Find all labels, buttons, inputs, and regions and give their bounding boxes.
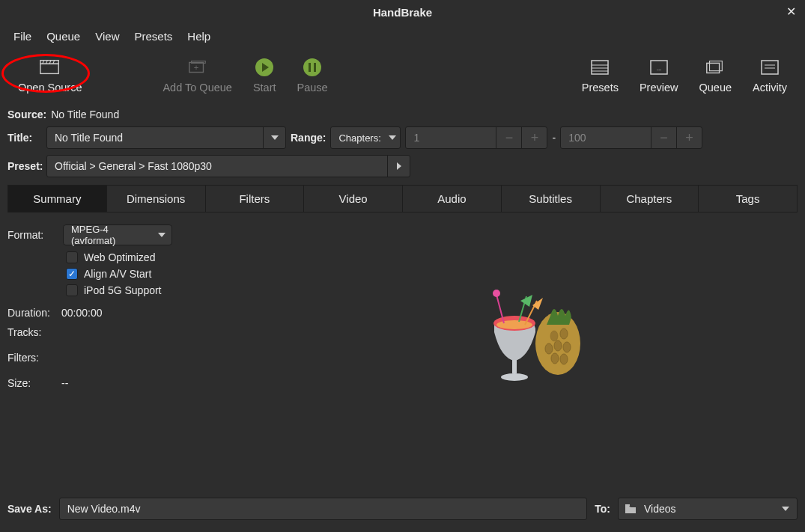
activity-icon <box>759 58 780 77</box>
source-label: Source: <box>7 108 46 120</box>
title-row: Title: No Title Found Range: Chapters: −… <box>0 123 805 152</box>
filters-label: Filters: <box>7 352 54 364</box>
tab-chapters[interactable]: Chapters <box>601 185 699 212</box>
range-label: Range: <box>291 132 326 144</box>
chevron-down-icon <box>389 135 396 140</box>
toolbar: Open Source + Add To Queue Start Pause P… <box>0 49 805 106</box>
title-combo-value: No Title Found <box>47 132 263 144</box>
activity-button[interactable]: Activity <box>742 55 798 97</box>
open-source-button[interactable]: Open Source <box>7 55 92 97</box>
web-optimized-checkbox[interactable]: Web Optimized <box>66 251 798 263</box>
add-to-queue-button[interactable]: + Add To Queue <box>152 55 242 97</box>
preview-icon: ··· <box>648 58 669 77</box>
title-label: Title: <box>7 132 42 144</box>
svg-point-32 <box>560 354 568 364</box>
queue-button[interactable]: Queue <box>689 55 743 97</box>
svg-rect-14 <box>592 61 608 74</box>
pause-button[interactable]: Pause <box>287 55 338 97</box>
titlebar: HandBrake ✕ <box>0 0 805 24</box>
bottom-bar: Save As: To: Videos <box>0 492 805 532</box>
preset-label: Preset: <box>7 160 42 172</box>
tab-subtitles[interactable]: Subtitles <box>502 185 601 212</box>
title-combo[interactable]: No Title Found <box>46 126 286 149</box>
svg-point-27 <box>560 328 568 339</box>
svg-point-31 <box>551 353 559 364</box>
ipod-checkbox[interactable]: iPod 5G Support <box>66 284 798 296</box>
range-mode-combo[interactable]: Chapters: <box>330 126 401 149</box>
size-label: Size: <box>7 377 31 389</box>
svg-point-38 <box>493 290 500 297</box>
tab-summary[interactable]: Summary <box>7 185 107 212</box>
range-to-input[interactable] <box>561 132 651 144</box>
tab-filters[interactable]: Filters <box>206 185 305 212</box>
duration-label: Duration: <box>7 307 54 319</box>
tab-audio[interactable]: Audio <box>403 185 502 212</box>
source-row: Source: No Title Found <box>0 106 805 123</box>
menu-help[interactable]: Help <box>180 27 218 46</box>
svg-point-28 <box>554 340 562 351</box>
decrement-button[interactable]: − <box>496 127 521 148</box>
svg-rect-21 <box>710 61 723 71</box>
preset-combo-value: Official > General > Fast 1080p30 <box>47 160 387 172</box>
svg-point-26 <box>550 331 558 341</box>
film-clap-icon <box>40 58 61 77</box>
queue-icon <box>705 58 726 77</box>
tab-video[interactable]: Video <box>304 185 403 212</box>
svg-rect-0 <box>40 64 58 73</box>
svg-rect-13 <box>314 63 316 72</box>
pause-icon <box>302 58 323 77</box>
presets-label: Presets <box>582 82 619 94</box>
chevron-down-icon <box>158 233 165 237</box>
presets-button[interactable]: Presets <box>571 55 629 97</box>
play-icon <box>254 58 275 77</box>
format-combo[interactable]: MPEG-4 (avformat) <box>63 224 172 245</box>
align-av-label: Align A/V Start <box>84 268 151 280</box>
menu-queue[interactable]: Queue <box>39 27 88 46</box>
preview-button[interactable]: ··· Preview <box>629 55 689 97</box>
summary-panel: Format: MPEG-4 (avformat) Web Optimized … <box>0 213 805 437</box>
svg-point-36 <box>501 373 528 381</box>
to-folder-value: Videos <box>637 503 774 515</box>
chevron-right-icon <box>387 156 410 177</box>
window-title: HandBrake <box>373 6 432 19</box>
to-folder-combo[interactable]: Videos <box>618 498 798 520</box>
preset-combo[interactable]: Official > General > Fast 1080p30 <box>46 155 410 177</box>
ipod-label: iPod 5G Support <box>84 284 162 296</box>
svg-point-11 <box>303 58 321 76</box>
queue-label: Queue <box>699 82 732 94</box>
chevron-down-icon <box>263 127 285 148</box>
increment-button[interactable]: + <box>676 127 702 148</box>
svg-point-30 <box>563 342 571 352</box>
menu-view[interactable]: View <box>88 27 127 46</box>
tab-dimensions[interactable]: Dimensions <box>107 185 206 212</box>
range-mode-value: Chapters: <box>331 132 388 144</box>
menu-file[interactable]: File <box>6 27 39 46</box>
range-from-spinner[interactable]: − + <box>405 126 547 149</box>
checkbox-checked-icon: ✓ <box>66 268 78 280</box>
svg-text:+: + <box>194 63 199 72</box>
align-av-checkbox[interactable]: ✓ Align A/V Start <box>66 268 798 280</box>
svg-rect-35 <box>512 360 517 373</box>
activity-label: Activity <box>753 82 787 94</box>
svg-line-5 <box>52 61 54 64</box>
queue-add-icon: + <box>187 58 208 77</box>
chevron-down-icon <box>774 498 797 519</box>
svg-text:···: ··· <box>656 67 661 73</box>
start-button[interactable]: Start <box>243 55 287 97</box>
range-to-spinner[interactable]: − + <box>560 126 702 149</box>
checkbox-icon <box>66 251 78 263</box>
save-as-label: Save As: <box>7 503 52 515</box>
save-as-input[interactable] <box>59 498 588 520</box>
checkbox-icon <box>66 284 78 296</box>
decrement-button[interactable]: − <box>651 127 676 148</box>
format-label: Format: <box>7 229 51 241</box>
menu-presets[interactable]: Presets <box>127 27 180 46</box>
open-source-label: Open Source <box>18 82 82 94</box>
close-icon[interactable]: ✕ <box>786 4 796 19</box>
range-from-input[interactable] <box>406 132 496 144</box>
tab-tags[interactable]: Tags <box>699 185 798 212</box>
handbrake-logo <box>483 287 595 385</box>
add-to-queue-label: Add To Queue <box>162 82 231 94</box>
svg-line-2 <box>42 61 43 64</box>
increment-button[interactable]: + <box>521 127 547 148</box>
